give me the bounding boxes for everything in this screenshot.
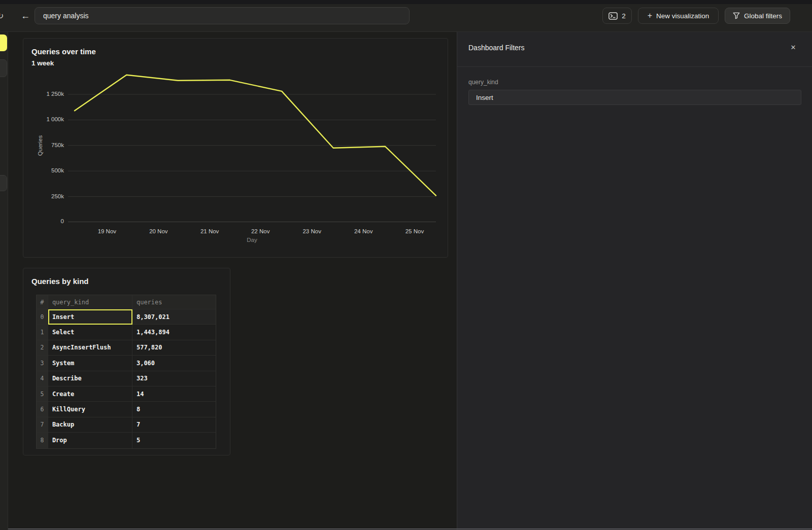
row-index-cell: 7 xyxy=(37,417,48,433)
row-index-cell: 5 xyxy=(37,386,48,402)
table-row: 8Drop5 xyxy=(37,433,216,448)
x-axis-tick-label: 24 Nov xyxy=(346,228,381,234)
table-row: 5Create14 xyxy=(37,386,216,402)
global-filters-button[interactable]: Global filters xyxy=(725,8,790,24)
table-cell-query_kind[interactable]: Backup xyxy=(48,417,132,433)
refresh-history-icon[interactable]: ↻ xyxy=(0,11,4,21)
queries-over-time-card: Queries over time 1 week Queries Day 1 2… xyxy=(23,38,448,258)
x-axis-title: Day xyxy=(234,237,270,243)
x-axis-tick-label: 19 Nov xyxy=(89,228,125,234)
console-count: 2 xyxy=(622,12,626,20)
y-axis-tick-label: 250k xyxy=(32,193,64,199)
close-icon[interactable]: ✕ xyxy=(789,43,798,52)
filter-funnel-icon xyxy=(733,12,740,19)
sql-console-button[interactable]: 2 xyxy=(602,8,632,24)
row-index-cell: 4 xyxy=(37,371,48,386)
queries-series-line xyxy=(75,75,436,196)
queries-by-kind-card: Queries by kind #query_kindqueries0Inser… xyxy=(23,268,230,455)
sidebar-thumbnail-2[interactable] xyxy=(0,175,7,191)
table-row: 2AsyncInsertFlush577,820 xyxy=(37,340,216,356)
row-index-cell: 0 xyxy=(37,309,48,325)
table-row: 1Select1,443,894 xyxy=(37,325,216,340)
x-axis-tick-label: 22 Nov xyxy=(243,228,278,234)
row-index-cell: 2 xyxy=(37,340,48,356)
table-row: 6KillQuery8 xyxy=(37,402,216,417)
dashboard-filters-panel: Dashboard Filters ✕ query_kind xyxy=(457,32,812,530)
table-cell-query_kind[interactable]: AsyncInsertFlush xyxy=(48,340,132,356)
new-visualization-label: New visualization xyxy=(656,12,709,20)
table-cell-query_kind[interactable]: Select xyxy=(48,325,132,340)
table-row: 7Backup7 xyxy=(37,417,216,433)
query-kind-filter-input[interactable] xyxy=(468,90,801,105)
x-axis-tick-label: 25 Nov xyxy=(397,228,432,234)
table-header-row: #query_kindqueries xyxy=(37,295,216,309)
main-content: Queries over time 1 week Queries Day 1 2… xyxy=(8,32,457,530)
y-axis-tick-label: 1 250k xyxy=(32,91,64,97)
panel-divider xyxy=(457,66,812,67)
table-cell-queries[interactable]: 8,307,021 xyxy=(132,309,216,325)
window-top-edge xyxy=(0,0,812,4)
back-button[interactable]: ← xyxy=(19,10,31,22)
table-cell-queries[interactable]: 5 xyxy=(132,433,216,448)
x-axis-tick-label: 23 Nov xyxy=(294,228,330,234)
line-chart xyxy=(68,69,436,222)
new-visualization-button[interactable]: + New visualization xyxy=(638,8,719,24)
x-axis-tick-label: 20 Nov xyxy=(141,228,176,234)
chart-subtitle: 1 week xyxy=(31,59,54,67)
table-cell-query_kind[interactable]: Drop xyxy=(48,433,132,448)
window-bottom-edge xyxy=(0,528,812,529)
table-cell-queries[interactable]: 14 xyxy=(132,386,216,402)
table-cell-query_kind[interactable]: Create xyxy=(48,386,132,402)
row-index-cell: 3 xyxy=(37,356,48,371)
table-cell-queries[interactable]: 323 xyxy=(132,371,216,386)
filter-field-label: query_kind xyxy=(468,79,498,86)
table-row: 0Insert8,307,021 xyxy=(37,309,216,325)
queries-by-kind-table: #query_kindqueries0Insert8,307,0211Selec… xyxy=(36,295,216,449)
table-row: 4Describe323 xyxy=(37,371,216,386)
table-cell-query_kind[interactable]: System xyxy=(48,356,132,371)
table-cell-queries[interactable]: 8 xyxy=(132,402,216,417)
y-axis-tick-label: 0 xyxy=(32,218,64,224)
row-index-cell: 8 xyxy=(37,433,48,448)
column-header-queries: queries xyxy=(132,295,216,309)
table-cell-query_kind[interactable]: Describe xyxy=(48,371,132,386)
dashboard-title-input[interactable] xyxy=(35,7,410,24)
table-cell-queries[interactable]: 7 xyxy=(132,417,216,433)
sidebar-thumbnail-1[interactable] xyxy=(0,59,7,77)
row-index-cell: 6 xyxy=(37,402,48,417)
y-axis-tick-label: 750k xyxy=(32,142,64,148)
table-cell-query_kind[interactable]: KillQuery xyxy=(48,402,132,417)
y-axis-tick-label: 1 000k xyxy=(32,116,64,122)
table-row: 3System3,060 xyxy=(37,356,216,371)
top-bar: ↻ ← 2 + New visualization Global filters xyxy=(0,4,812,32)
plus-icon: + xyxy=(648,12,652,20)
global-filters-label: Global filters xyxy=(744,12,782,20)
table-cell-queries[interactable]: 1,443,894 xyxy=(132,325,216,340)
panel-title: Dashboard Filters xyxy=(468,44,525,52)
column-header-index: # xyxy=(37,295,48,309)
chart-title: Queries over time xyxy=(31,47,96,56)
sidebar-thumbnail-0[interactable] xyxy=(0,34,7,51)
sql-console-icon xyxy=(608,12,618,20)
table-cell-queries[interactable]: 3,060 xyxy=(132,356,216,371)
y-axis-tick-label: 500k xyxy=(32,167,64,173)
column-header-query_kind: query_kind xyxy=(48,295,132,309)
table-cell-query_kind[interactable]: Insert xyxy=(48,309,132,325)
row-index-cell: 1 xyxy=(37,325,48,340)
left-sidebar-strip xyxy=(0,32,8,530)
table-title: Queries by kind xyxy=(31,277,89,286)
table-cell-queries[interactable]: 577,820 xyxy=(132,340,216,356)
x-axis-tick-label: 21 Nov xyxy=(192,228,227,234)
